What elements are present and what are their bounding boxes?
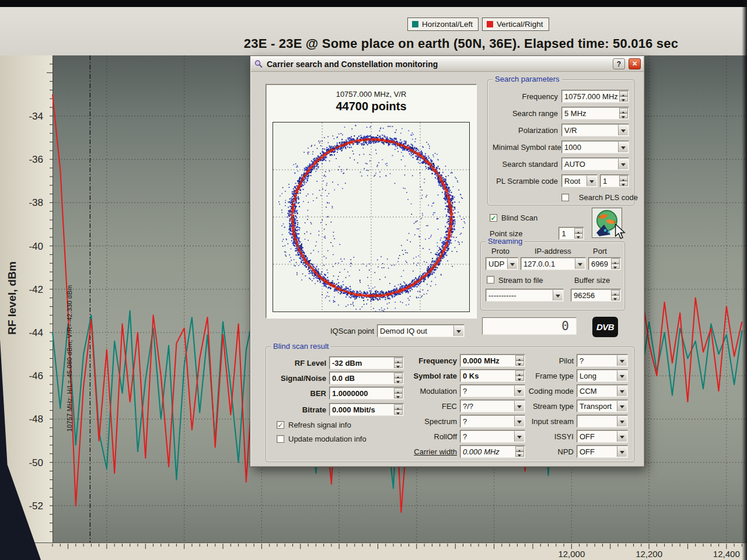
combo-arrow-icon[interactable] [618, 142, 628, 152]
constellation-points-count: 44700 points [266, 100, 476, 113]
spinner[interactable] [515, 446, 524, 457]
refresh-signal-info-checkbox[interactable]: ✓ [277, 421, 284, 429]
port-field[interactable]: 6969 [588, 257, 621, 270]
spinner[interactable] [394, 373, 403, 383]
spectrum-combo[interactable]: ? [460, 415, 525, 428]
update-modulation-info-checkbox[interactable] [277, 435, 284, 443]
coding-mode-combo[interactable]: CCM [577, 384, 628, 397]
signal-noise-field[interactable]: 0.0 dB [329, 372, 404, 384]
combo-arrow-icon[interactable] [514, 386, 524, 396]
symbol-rate-field[interactable]: 0 Ks [460, 369, 525, 382]
x-tick-label: 12,200 [629, 549, 669, 559]
combo-arrow-icon[interactable] [618, 125, 628, 135]
combo-arrow-icon[interactable] [617, 355, 627, 366]
ip-address-header: IP-address [535, 247, 571, 256]
frequency-label: Frequency [493, 92, 561, 101]
port-header: Port [593, 247, 607, 256]
spectrum-label: Spectrum [409, 417, 460, 426]
fec-combo[interactable]: ?/? [460, 400, 525, 412]
close-button[interactable]: ✕ [629, 58, 641, 69]
stream-type-combo[interactable]: Transport [577, 400, 628, 412]
buffer-size-field[interactable]: 96256 [571, 289, 621, 302]
constellation-frequency: 10757.000 MHz, V/R [266, 90, 476, 99]
combo-arrow-icon[interactable] [617, 416, 627, 426]
search-pls-code-checkbox[interactable] [561, 194, 569, 201]
carrier-width-label: Carrier width [409, 447, 460, 456]
combo-arrow-icon[interactable] [617, 401, 627, 411]
issyi-label: ISSYI [528, 432, 577, 441]
magnifier-icon [254, 60, 263, 69]
combo-arrow-icon[interactable] [507, 258, 517, 269]
combo-arrow-icon[interactable] [617, 446, 627, 457]
search-standard-combo[interactable]: AUTO [561, 158, 629, 170]
spinner[interactable] [574, 228, 583, 239]
issyi-combo[interactable]: OFF [577, 430, 628, 443]
proto-combo[interactable]: UDP [486, 257, 518, 270]
combo-arrow-icon[interactable] [618, 159, 628, 169]
combo-arrow-icon[interactable] [514, 401, 524, 411]
spinner[interactable] [611, 290, 620, 300]
combo-arrow-icon[interactable] [617, 386, 627, 396]
update-modulation-info-label: Update modulation info [288, 435, 366, 443]
stream-to-file-checkbox[interactable] [487, 276, 494, 284]
stream-to-file-label: Stream to file [498, 276, 543, 285]
stream-type-label: Stream type [528, 402, 577, 411]
polarization-combo[interactable]: V/R [561, 124, 629, 136]
combo-arrow-icon[interactable] [553, 290, 563, 300]
combo-arrow-icon[interactable] [575, 258, 585, 269]
npd-combo[interactable]: OFF [577, 445, 628, 458]
combo-arrow-icon[interactable] [453, 326, 463, 336]
dvb-logo: DVB [592, 317, 618, 337]
pilot-combo[interactable]: ? [577, 354, 628, 367]
combo-arrow-icon[interactable] [514, 416, 524, 426]
carrier-width-field[interactable]: 0.000 MHz [460, 445, 525, 458]
horizontal-left-swatch-icon [412, 21, 418, 27]
pl-scramble-root-combo[interactable]: Root [561, 174, 598, 187]
pl-scramble-code-label: PL Scramble code [493, 177, 561, 186]
combo-arrow-icon[interactable] [617, 431, 627, 442]
spinner[interactable] [515, 355, 524, 366]
pl-scramble-index-field[interactable]: 1 [600, 174, 629, 187]
fec-label: FEC [409, 402, 460, 411]
point-size-field[interactable]: 1 [558, 227, 584, 240]
frequency-field[interactable]: 10757.000 MHz [561, 90, 629, 103]
modulation-combo[interactable]: ? [460, 384, 525, 397]
spinner[interactable] [394, 404, 403, 415]
spinner[interactable] [619, 176, 628, 186]
rf-level-field[interactable]: -32 dBm [329, 356, 404, 369]
blind-scan-checkbox[interactable]: ✓ [490, 214, 497, 222]
spinner[interactable] [394, 358, 403, 368]
spectrum-analyzer-screen: -34-36-38-40-42-44-46-48-50-5212,00012,2… [0, 0, 747, 560]
frame-type-label: Frame type [528, 372, 577, 380]
bitrate-field[interactable]: 0.000 Mbit/s [329, 403, 404, 416]
marker-annotation: 10757 MHz; H/L=-45.080 dBm; V/R=-42.330 … [66, 226, 73, 432]
y-tick-label: -38 [15, 197, 43, 209]
combo-arrow-icon[interactable] [587, 176, 596, 186]
spinner[interactable] [394, 388, 403, 398]
result-frequency-label: Frequency [409, 356, 460, 365]
combo-arrow-icon[interactable] [617, 370, 627, 381]
legend-vertical-right[interactable]: Vertical/Right [482, 18, 549, 31]
result-frequency-field[interactable]: 0.000 MHz [460, 354, 525, 367]
search-range-field[interactable]: 5 MHz [561, 107, 629, 120]
rolloff-combo[interactable]: ? [460, 430, 525, 443]
stream-file-combo[interactable]: ----------- [486, 289, 564, 302]
iqscan-point-combo[interactable]: Demod IQ out [377, 324, 465, 337]
frame-type-combo[interactable]: Long [577, 369, 628, 382]
ip-address-combo[interactable]: 127.0.0.1 [521, 257, 586, 270]
help-button[interactable]: ? [613, 58, 625, 69]
search-standard-label: Search standard [493, 160, 561, 169]
minimal-symbol-rate-combo[interactable]: 1000 [561, 141, 629, 153]
spinner[interactable] [515, 370, 524, 381]
spinner[interactable] [611, 258, 620, 269]
y-tick-label: -34 [15, 111, 43, 123]
input-stream-combo[interactable] [577, 415, 628, 428]
dialog-titlebar[interactable]: Carrier search and Constellation monitor… [251, 57, 644, 72]
combo-arrow-icon[interactable] [514, 431, 524, 442]
spinner[interactable] [619, 91, 628, 102]
ber-field[interactable]: 1.0000000 [329, 387, 404, 400]
spinner[interactable] [619, 108, 628, 118]
screen-bezel-right [742, 0, 747, 560]
legend-horizontal-left[interactable]: Horizontal/Left [407, 18, 479, 31]
proto-header: Proto [491, 247, 509, 256]
